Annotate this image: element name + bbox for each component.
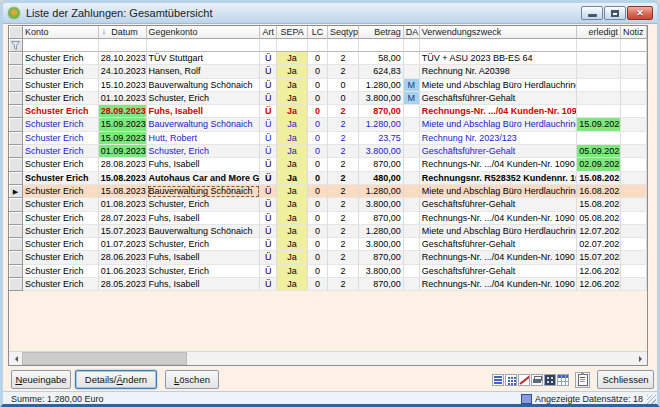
filter-gegenkonto[interactable]: [147, 39, 261, 52]
minimize-button[interactable]: [581, 6, 603, 20]
table-row[interactable]: Schuster Erich28.07.2023Fuhs, IsabellÜJa…: [9, 212, 647, 225]
table-row[interactable]: Schuster Erich28.05.2023Fuhs, IsabellÜJa…: [9, 278, 647, 291]
filter-selector[interactable]: [9, 39, 23, 52]
cell-sepa: Ja: [277, 92, 308, 105]
neueingabe-button[interactable]: Neueingabe: [11, 370, 71, 389]
horizontal-scrollbar[interactable]: [9, 351, 647, 365]
header-gegenkonto[interactable]: Gegenkonto: [147, 26, 261, 39]
cell-notiz: [621, 198, 647, 211]
cell-selector[interactable]: [9, 132, 23, 145]
table-row[interactable]: Schuster Erich01.09.2023Schuster, ErichÜ…: [9, 145, 647, 158]
cell-erledigt: 12.06.2023: [577, 265, 621, 278]
cell-selector[interactable]: [9, 65, 23, 78]
table-row[interactable]: Schuster Erich15.07.2023Bauverwaltung Sc…: [9, 225, 647, 238]
table-row[interactable]: Schuster Erich28.10.2023TÜV StuttgartÜJa…: [9, 52, 647, 65]
details-aendern-button[interactable]: Details/Ändern: [75, 370, 157, 389]
header-art[interactable]: Art: [260, 26, 277, 39]
sum-label: Summe: 1.280,00 Euro: [11, 394, 104, 404]
table-row[interactable]: Schuster Erich01.07.2023Schuster, ErichÜ…: [9, 238, 647, 251]
filter-da[interactable]: [404, 39, 420, 52]
cell-selector[interactable]: [9, 225, 23, 238]
filter-konto[interactable]: [23, 39, 99, 52]
table-row[interactable]: Schuster Erich15.09.2023Bauverwaltung Sc…: [9, 118, 647, 131]
cell-selector[interactable]: [9, 278, 23, 291]
cell-notiz: [621, 65, 647, 78]
print-icon[interactable]: [531, 374, 543, 386]
cell-lc: 0: [308, 238, 328, 251]
table-row[interactable]: Schuster Erich01.10.2023Schuster, ErichÜ…: [9, 92, 647, 105]
table-row[interactable]: Schuster Erich24.10.2023Hansen, RolfÜJa0…: [9, 65, 647, 78]
close-button[interactable]: ✕: [627, 6, 653, 20]
header-betrag[interactable]: Betrag: [359, 26, 404, 39]
cell-selector[interactable]: [9, 145, 23, 158]
filter-notiz[interactable]: [621, 39, 647, 52]
header-sepa[interactable]: SEPA: [277, 26, 308, 39]
cell-selector[interactable]: [9, 92, 23, 105]
cell-selector[interactable]: [9, 79, 23, 92]
table-row[interactable]: Schuster Erich01.06.2023Schuster, ErichÜ…: [9, 265, 647, 278]
table-row[interactable]: ▶Schuster Erich15.08.2023Bauverwaltung S…: [9, 185, 647, 198]
table-row[interactable]: Schuster Erich28.08.2023Fuhs, IsabellÜJa…: [9, 158, 647, 171]
filter-zweck[interactable]: [420, 39, 577, 52]
scrollbar-track[interactable]: [22, 352, 634, 365]
cell-selector[interactable]: [9, 105, 23, 118]
cell-sepa: Ja: [277, 238, 308, 251]
header-lc[interactable]: LC: [308, 26, 328, 39]
filter-sepa[interactable]: [277, 39, 308, 52]
filter-betrag[interactable]: [359, 39, 404, 52]
table-row[interactable]: Schuster Erich28.06.2023Fuhs, IsabellÜJa…: [9, 251, 647, 264]
cell-art: Ü: [260, 172, 277, 185]
clipboard-button[interactable]: [575, 372, 590, 388]
cell-selector[interactable]: [9, 198, 23, 211]
header-konto[interactable]: Konto: [23, 26, 99, 39]
cell-selector[interactable]: [9, 118, 23, 131]
header-erledigt[interactable]: erledigt: [577, 26, 621, 39]
list-view-icon[interactable]: [492, 374, 504, 386]
filter-datum[interactable]: [99, 39, 147, 52]
cell-selector[interactable]: ▶: [9, 185, 23, 198]
cell-konto: Schuster Erich: [23, 185, 99, 198]
header-datum[interactable]: ↓Datum: [99, 26, 147, 39]
maximize-button[interactable]: [604, 6, 626, 20]
header-selector: [9, 26, 23, 39]
filter-lc[interactable]: [308, 39, 328, 52]
cell-sepa: Ja: [277, 198, 308, 211]
cell-selector[interactable]: [9, 172, 23, 185]
filter-row[interactable]: [9, 39, 647, 52]
table-row[interactable]: Schuster Erich15.09.2023Hutt, RobertÜJa0…: [9, 132, 647, 145]
table-grid-icon[interactable]: [557, 374, 569, 386]
cell-selector[interactable]: [9, 238, 23, 251]
cell-art: Ü: [260, 105, 277, 118]
header-seqtype[interactable]: Seqtype: [328, 26, 359, 39]
loeschen-button[interactable]: Löschen: [165, 370, 219, 389]
cell-gegenkonto: TÜV Stuttgart: [147, 52, 261, 65]
header-zweck[interactable]: Verwendungszweck: [420, 26, 577, 39]
schliessen-button[interactable]: Schliessen: [597, 370, 654, 389]
grid-view-icon[interactable]: [505, 374, 517, 386]
table-row[interactable]: Schuster Erich28.09.2023Fuhs, IsabellÜJa…: [9, 105, 647, 118]
calculator-icon[interactable]: [544, 374, 556, 386]
header-da[interactable]: DA: [404, 26, 420, 39]
scroll-right-arrow[interactable]: [634, 352, 647, 365]
cell-selector[interactable]: [9, 251, 23, 264]
cell-betrag: 1.280,00: [359, 118, 404, 131]
cell-zweck: Rechnung Nr. 2023/123: [420, 132, 577, 145]
table-row[interactable]: Schuster Erich15.10.2023Bauverwaltung Sc…: [9, 79, 647, 92]
cell-notiz: [621, 132, 647, 145]
filter-seqtype[interactable]: [328, 39, 359, 52]
resize-grip[interactable]: [647, 395, 656, 404]
edit-pen-icon[interactable]: [518, 374, 530, 386]
table-row[interactable]: Schuster Erich15.08.2023Autohaus Car and…: [9, 172, 647, 185]
filter-art[interactable]: [260, 39, 277, 52]
table-row[interactable]: Schuster Erich01.08.2023Schuster, ErichÜ…: [9, 198, 647, 211]
cell-selector[interactable]: [9, 158, 23, 171]
cell-selector[interactable]: [9, 265, 23, 278]
cell-zweck: Miete und Abschlag Büro Herdlauchring: [420, 185, 577, 198]
titlebar[interactable]: Liste der Zahlungen: Gesamtübersicht ✕: [3, 3, 657, 24]
scroll-left-arrow[interactable]: [9, 352, 22, 365]
cell-selector[interactable]: [9, 52, 23, 65]
scrollbar-thumb[interactable]: [22, 352, 187, 365]
filter-erledigt[interactable]: [577, 39, 621, 52]
header-notiz[interactable]: Notiz: [621, 26, 647, 39]
cell-selector[interactable]: [9, 212, 23, 225]
